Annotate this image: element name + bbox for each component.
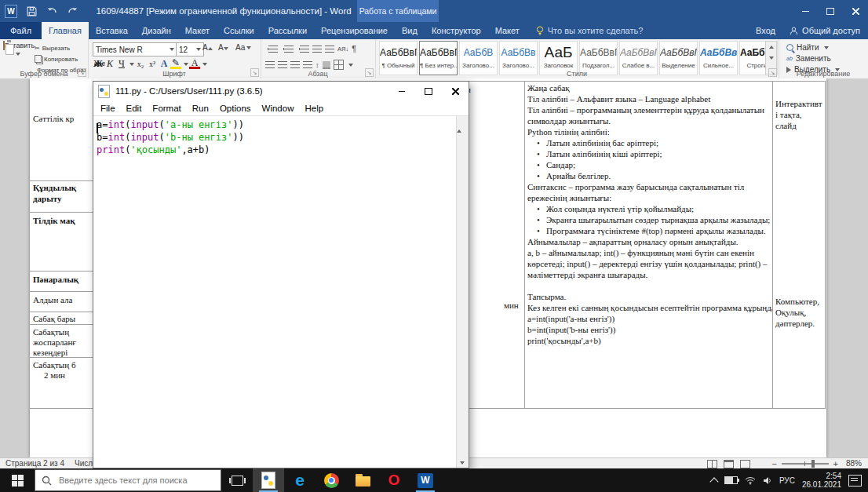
close-button[interactable] — [442, 82, 469, 100]
search-input[interactable] — [57, 475, 202, 486]
ribbon-tab[interactable]: Конструктор — [425, 22, 488, 39]
underline-caret-icon[interactable] — [129, 63, 134, 66]
web-layout-icon[interactable] — [740, 460, 750, 468]
ribbon-tab[interactable]: Файл — [0, 22, 42, 39]
clock[interactable]: 2:54 26.01.2021 — [802, 472, 841, 489]
highlight-color-button[interactable]: ✎ — [170, 59, 181, 69]
idle-titlebar[interactable]: 111.py - C:/Users/User/111.py (3.6.5) — [93, 82, 469, 100]
replace-button[interactable]: abЗаменить — [786, 54, 831, 63]
subscript-button[interactable]: x₂ — [135, 60, 146, 68]
ribbon-tab[interactable]: Макет — [178, 22, 217, 39]
align-right-icon[interactable] — [290, 61, 300, 68]
action-center-icon[interactable] — [848, 475, 862, 487]
align-center-icon[interactable] — [278, 61, 287, 68]
close-button[interactable] — [843, 0, 868, 22]
find-button[interactable]: Найти — [786, 43, 829, 52]
menu-item[interactable]: File — [95, 104, 121, 113]
tell-me-box[interactable]: Что вы хотите сделать? — [536, 22, 644, 39]
taskbar-app-explorer[interactable] — [347, 468, 378, 492]
scrollbar[interactable] — [456, 116, 469, 468]
menu-item[interactable]: Edit — [121, 104, 148, 113]
maximize-button[interactable] — [415, 82, 442, 100]
copy-button[interactable]: Копировать — [35, 53, 86, 64]
numbered-list-icon[interactable] — [284, 46, 294, 53]
gallery-up-icon[interactable] — [766, 42, 776, 53]
sort-icon[interactable]: АЯ↓ — [337, 46, 348, 53]
ribbon-tab[interactable]: Дизайн — [135, 22, 178, 39]
ribbon-tab[interactable]: Вставка — [89, 22, 135, 39]
strikethrough-button[interactable]: abc — [93, 59, 107, 67]
battery-icon[interactable] — [724, 476, 738, 484]
highlight-caret-icon[interactable] — [184, 63, 188, 66]
multilevel-list-icon[interactable] — [300, 46, 309, 53]
wifi-icon[interactable] — [745, 476, 756, 485]
increase-indent-icon[interactable] — [325, 46, 334, 53]
ribbon-tab[interactable]: Ссылки — [217, 22, 261, 39]
zoom-level[interactable]: 88% — [846, 459, 862, 468]
shrink-font-button[interactable]: А — [218, 43, 228, 52]
ribbon-tab[interactable]: Рецензирование — [314, 22, 395, 39]
text-effects-button[interactable]: А — [159, 58, 170, 70]
font-color-caret-icon[interactable] — [202, 63, 207, 66]
cut-button[interactable]: ✂Вырезать — [35, 42, 86, 53]
ribbon-tab[interactable]: Рассылки — [261, 22, 314, 39]
minimize-button[interactable] — [388, 82, 415, 100]
dialog-launcher-icon[interactable]: ↘ — [78, 68, 86, 77]
redo-icon[interactable] — [66, 5, 78, 17]
line-spacing-icon[interactable]: ↕ — [315, 61, 319, 69]
taskbar-app-chrome[interactable] — [315, 468, 347, 492]
zoom-handle[interactable] — [811, 460, 815, 468]
code-editor[interactable]: a=int(input('а-ны енгіз')) b=int(input('… — [93, 116, 457, 468]
read-mode-icon[interactable] — [707, 460, 717, 468]
align-left-icon[interactable] — [265, 61, 275, 68]
decrease-indent-icon[interactable] — [312, 46, 322, 53]
grow-font-button[interactable]: А — [202, 43, 213, 52]
scroll-down-icon[interactable] — [460, 461, 465, 465]
menu-item[interactable]: Window — [257, 104, 300, 113]
print-layout-icon[interactable] — [724, 460, 734, 468]
zoom-out-button[interactable]: − — [772, 459, 777, 468]
undo-icon[interactable] — [46, 5, 58, 17]
menu-item[interactable]: Format — [147, 104, 186, 113]
taskbar-app-opera[interactable]: O — [378, 468, 410, 492]
menu-item[interactable]: Help — [299, 104, 329, 113]
ribbon-tab[interactable]: Вид — [395, 22, 425, 39]
word-app-icon[interactable]: W — [5, 5, 17, 17]
borders-icon[interactable] — [334, 60, 344, 70]
page-indicator[interactable]: Страница 2 из 4 — [5, 459, 64, 468]
dialog-launcher-icon[interactable]: ↘ — [365, 68, 374, 77]
scroll-up-icon[interactable] — [457, 116, 461, 133]
change-case-button[interactable]: Аа — [235, 43, 251, 52]
font-size-combobox[interactable]: 12 — [176, 42, 204, 56]
maximize-button[interactable] — [818, 0, 843, 22]
task-view-button[interactable] — [221, 468, 253, 492]
dialog-launcher-icon[interactable]: ↘ — [768, 68, 777, 77]
ribbon-tab[interactable]: Макет — [488, 22, 527, 39]
start-button[interactable] — [0, 468, 35, 492]
tray-expand-icon[interactable] — [709, 477, 718, 486]
superscript-button[interactable]: x² — [147, 60, 158, 68]
dialog-launcher-icon[interactable]: ↘ — [250, 68, 259, 77]
menu-item[interactable]: Run — [187, 104, 214, 113]
justify-icon[interactable] — [303, 61, 312, 68]
font-color-button[interactable]: А — [189, 59, 200, 69]
ribbon-tab[interactable]: Главная — [42, 22, 89, 39]
underline-button[interactable]: Ч — [116, 58, 127, 70]
minimize-button[interactable] — [793, 0, 818, 22]
contextual-tab-header[interactable]: Работа с таблицами — [357, 0, 439, 22]
sign-in-link[interactable]: Вход — [756, 22, 775, 39]
shading-icon[interactable] — [323, 61, 330, 69]
save-icon[interactable] — [25, 5, 38, 17]
taskbar-app-idle[interactable] — [253, 468, 284, 492]
font-family-combobox[interactable]: Times New R — [93, 42, 177, 56]
menu-item[interactable]: Options — [214, 104, 257, 113]
volume-icon[interactable] — [763, 476, 772, 485]
zoom-in-button[interactable]: + — [833, 459, 838, 468]
language-indicator[interactable]: РУС — [779, 476, 795, 485]
share-button[interactable]: Общий доступ — [790, 22, 860, 39]
borders-caret-icon[interactable] — [348, 64, 353, 67]
taskbar-app-edge[interactable]: e — [284, 468, 315, 492]
taskbar-app-word[interactable]: W — [410, 468, 441, 492]
show-marks-icon[interactable]: ¶ — [352, 44, 356, 53]
gallery-down-icon[interactable] — [766, 53, 776, 64]
